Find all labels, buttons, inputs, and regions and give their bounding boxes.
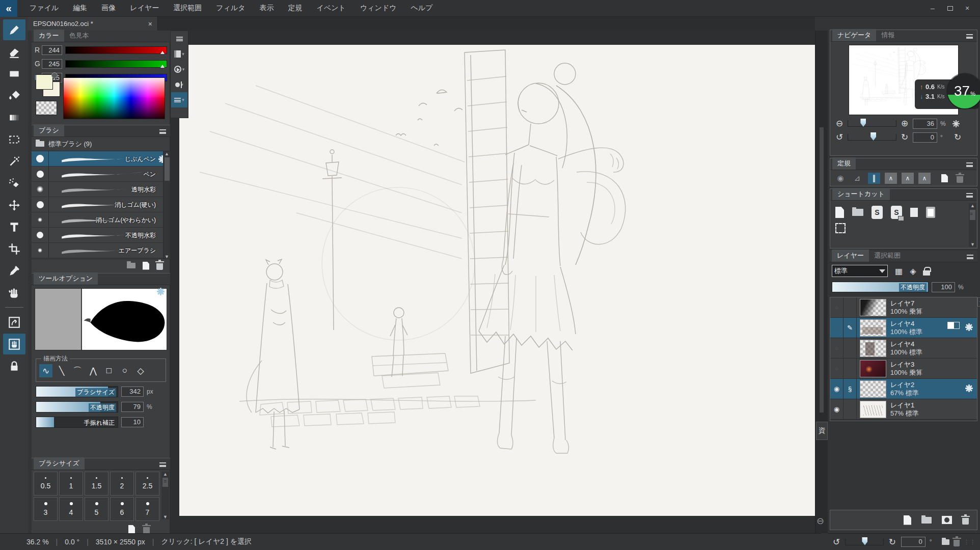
trash-icon[interactable] <box>954 540 960 546</box>
canvas-vscrollbar[interactable] <box>820 127 824 413</box>
resize-grip[interactable]: ⋮⋮ <box>964 539 976 545</box>
size-cell[interactable]: 1 <box>59 472 83 496</box>
layer-flag-cell[interactable] <box>843 359 857 378</box>
rotate-value-field[interactable]: 0 <box>901 537 925 547</box>
save-icon[interactable]: S <box>872 206 883 219</box>
brush-size-panel-menu-icon[interactable] <box>159 460 170 470</box>
rotate-reset-icon[interactable]: ↻ <box>952 132 963 143</box>
layer-row[interactable]: ◉ § レイヤ2 67% 標準 <box>830 379 977 399</box>
rotate-slider[interactable] <box>845 539 884 545</box>
layer-thumbnail[interactable] <box>860 401 886 418</box>
zoom-reset-icon[interactable] <box>952 120 960 127</box>
tab-info[interactable]: 情報 <box>876 29 900 41</box>
rotate-left-icon[interactable]: ↺ <box>834 132 845 143</box>
resource-side-tab[interactable]: 資 <box>816 422 828 440</box>
shortcut-menu-icon[interactable] <box>966 191 977 200</box>
brush-item[interactable]: エアーブラシ <box>32 243 170 258</box>
tab-navigator[interactable]: ナビゲータ <box>832 29 876 41</box>
new-layer-icon[interactable] <box>904 515 911 525</box>
folder-icon[interactable] <box>942 539 949 545</box>
opacity-slider[interactable]: 不透明度 <box>36 401 118 413</box>
layer-mask-chip[interactable] <box>947 322 960 329</box>
brush-item[interactable]: 透明水彩 <box>32 182 170 197</box>
visibility-eye-icon[interactable]: ○ <box>830 297 843 317</box>
zoom-slider[interactable] <box>848 120 896 127</box>
layer-mask-icon[interactable] <box>942 516 952 524</box>
tab-brush[interactable]: ブラシ <box>34 124 64 136</box>
zoom-slider-handle[interactable] <box>860 119 866 127</box>
menu-window[interactable]: ウィンドウ <box>353 1 404 15</box>
hand-tool[interactable] <box>3 282 25 303</box>
layer-thumbnail[interactable] <box>860 380 886 398</box>
menu-image[interactable]: 画像 <box>94 1 123 15</box>
magic-wand-tool[interactable] <box>3 151 25 172</box>
method-ellipse[interactable]: ○ <box>118 364 131 377</box>
rotate-value-field[interactable]: 0 <box>913 132 937 143</box>
zoom-out-icon[interactable]: ⊖ <box>816 515 824 527</box>
menu-selection[interactable]: 選択範囲 <box>166 1 209 15</box>
text-tool[interactable] <box>3 216 25 237</box>
layer-menu-icon[interactable] <box>967 253 977 262</box>
layer-thumbnail[interactable] <box>860 360 886 377</box>
navigator-menu-icon[interactable] <box>966 32 977 41</box>
layer-opacity-slider[interactable]: 不透明度 <box>832 282 929 292</box>
play-mixer-icon[interactable]: ▾ <box>171 62 187 77</box>
stabilizer-slider[interactable]: 手振れ補正 <box>36 417 118 428</box>
layer-thumbnail[interactable] <box>860 340 886 357</box>
new-file-icon[interactable] <box>835 207 844 218</box>
tab-color[interactable]: カラー <box>34 30 64 42</box>
crop-tool[interactable] <box>3 238 25 259</box>
tab-ruler[interactable]: 定規 <box>832 157 856 170</box>
opacity-field[interactable]: 79 <box>121 402 144 412</box>
visibility-eye-icon[interactable]: ○ <box>830 359 843 378</box>
visibility-eye-icon[interactable]: ◉ <box>830 379 843 399</box>
scroll-down-icon[interactable]: ▼ <box>970 242 975 247</box>
size-cell[interactable]: 5 <box>85 497 108 521</box>
r-value-field[interactable]: 244 <box>42 45 62 55</box>
lock-tool[interactable] <box>3 355 25 376</box>
swatch-book-icon[interactable]: ▾ <box>171 46 187 62</box>
size-cell[interactable]: 1.5 <box>85 472 108 496</box>
gradient-tool[interactable] <box>3 107 25 128</box>
brush-size-field[interactable]: 342 <box>121 387 144 397</box>
marquee-tool[interactable] <box>3 129 25 150</box>
layer-opacity-field[interactable]: 100 <box>932 282 955 292</box>
menu-view[interactable]: 表示 <box>253 1 281 15</box>
pan-view-tool[interactable] <box>3 334 25 354</box>
move-tool[interactable] <box>3 195 25 215</box>
size-cell[interactable]: 6 <box>110 497 134 521</box>
rotate-slider[interactable] <box>848 134 896 141</box>
color-panel-menu-icon[interactable] <box>171 31 187 46</box>
rotate-slider-handle[interactable] <box>870 132 876 141</box>
selection-shortcut-icon[interactable] <box>835 223 846 233</box>
rotate-view-tool[interactable] <box>3 312 25 333</box>
menu-event[interactable]: イベント <box>310 1 353 15</box>
brush-list-scrollbar[interactable]: ▲ ▼ <box>163 151 170 259</box>
size-cell[interactable]: 3 <box>34 497 58 521</box>
ruler-triangle-icon[interactable]: ⊿ <box>851 173 863 184</box>
perspective-ruler-icon[interactable]: ∧ <box>885 173 897 184</box>
layer-row[interactable]: ○ レイヤ3 100% 乗算 <box>830 359 977 379</box>
visibility-eye-icon[interactable]: ○ <box>830 318 843 338</box>
scroll-up-icon[interactable]: ▲ <box>163 472 168 477</box>
size-cell[interactable]: 2.5 <box>135 472 159 496</box>
menu-edit[interactable]: 編集 <box>66 1 94 15</box>
tab-swatches[interactable]: 色見本 <box>64 30 94 42</box>
brush-settings-snowflake-icon[interactable] <box>157 288 165 297</box>
layer-row[interactable]: ○ レイヤ7 100% 乗算 ▲ <box>830 297 977 318</box>
scroll-down-icon[interactable]: ▼ <box>163 514 168 519</box>
layer-thumbnail[interactable] <box>860 319 886 337</box>
clip-mark-icon[interactable]: § <box>843 379 857 399</box>
stabilizer-field[interactable]: 10 <box>121 417 144 427</box>
rotate-right-icon[interactable]: ↻ <box>888 537 897 547</box>
scrollbar-thumb[interactable]: = <box>162 478 168 487</box>
merge-layers-icon[interactable]: ◈ <box>910 266 916 276</box>
brush-folder-row[interactable]: 標準ブラシ (9) <box>32 137 170 151</box>
brush-item[interactable]: 消しゴム(やわらかい) <box>32 212 170 228</box>
layer-scroll-up[interactable]: ▲ <box>977 297 980 307</box>
foreground-swatch[interactable] <box>36 74 53 90</box>
r-slider[interactable] <box>65 46 167 54</box>
scroll-up-icon[interactable]: ▲ <box>165 151 169 156</box>
layer-settings-gear-icon[interactable] <box>965 323 973 333</box>
layer-flag-cell[interactable] <box>843 338 857 358</box>
